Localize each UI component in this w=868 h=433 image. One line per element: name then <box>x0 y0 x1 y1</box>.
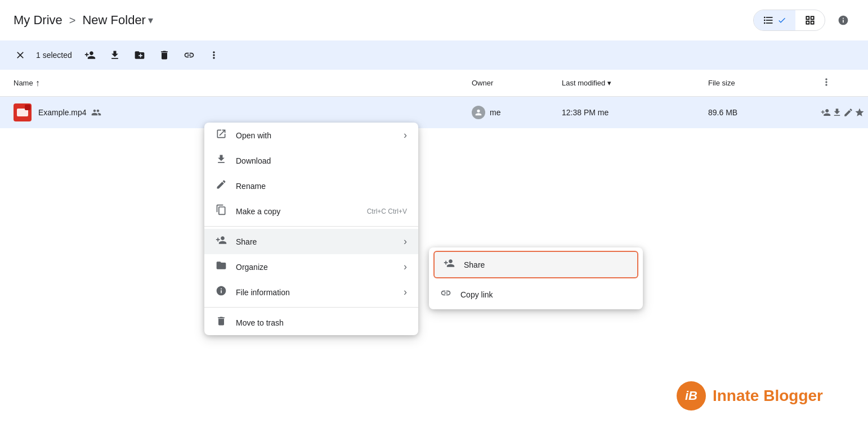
open-with-icon <box>216 128 227 142</box>
submenu-share-icon <box>444 258 455 272</box>
list-view-button[interactable] <box>754 10 795 30</box>
header-actions <box>753 9 854 31</box>
download-toolbar-button[interactable] <box>104 44 126 66</box>
trash-icon <box>159 49 170 61</box>
more-toolbar-button[interactable] <box>203 44 225 66</box>
modified-cell: 12:38 PM me <box>562 108 708 117</box>
submenu-link-icon <box>440 287 451 301</box>
col-actions-header <box>821 76 854 89</box>
share-row-button[interactable] <box>821 103 831 121</box>
row-actions <box>821 103 854 121</box>
delete-toolbar-button[interactable] <box>153 44 176 66</box>
rename-row-button[interactable] <box>843 103 853 121</box>
breadcrumb-my-drive[interactable]: My Drive <box>14 13 62 28</box>
file-row[interactable]: Example.mp4 me 12:38 PM me 89.6 MB <box>0 97 868 128</box>
header: My Drive > New Folder ▾ <box>0 0 868 40</box>
add-person-row-icon <box>821 107 831 118</box>
menu-item-organize[interactable]: Organize › <box>204 254 418 279</box>
menu-item-rename[interactable]: Rename <box>204 173 418 199</box>
owner-cell: me <box>472 106 562 119</box>
modified-sort-icon: ▾ <box>607 79 611 87</box>
col-size-header[interactable]: File size <box>708 79 821 87</box>
download-icon <box>109 49 120 61</box>
grid-icon <box>804 15 816 26</box>
organize-arrow: › <box>404 261 407 273</box>
download-row-button[interactable] <box>832 103 842 121</box>
view-toggle <box>753 10 825 31</box>
add-person-icon <box>84 49 96 61</box>
open-with-arrow: › <box>404 129 407 141</box>
submenu-item-share[interactable]: Share <box>433 251 638 278</box>
breadcrumb: My Drive > New Folder ▾ <box>14 13 153 28</box>
close-selection-button[interactable] <box>9 44 32 66</box>
link-toolbar-button[interactable] <box>178 44 200 66</box>
share-toolbar-button[interactable] <box>79 44 101 66</box>
star-row-button[interactable] <box>854 103 865 121</box>
menu-rename-icon <box>216 179 227 193</box>
col-name-header[interactable]: Name ↑ <box>14 78 472 88</box>
file-icon <box>14 103 32 121</box>
check-list-icon <box>763 15 774 26</box>
more-row-button[interactable] <box>866 103 868 121</box>
shared-icon <box>91 107 101 118</box>
share-arrow: › <box>404 236 407 247</box>
link-icon <box>184 49 195 61</box>
watermark-text: Innate Blogger <box>713 387 823 405</box>
more-row-icon <box>866 107 868 118</box>
menu-item-trash[interactable]: Move to trash <box>204 310 418 335</box>
file-info-arrow: › <box>404 286 407 298</box>
menu-item-download[interactable]: Download <box>204 148 418 173</box>
menu-item-open-with[interactable]: Open with › <box>204 123 418 148</box>
move-folder-icon <box>134 49 145 61</box>
menu-copy-icon <box>216 204 227 218</box>
table-header: Name ↑ Owner Last modified ▾ File size <box>0 70 868 97</box>
menu-download-icon <box>216 154 227 168</box>
breadcrumb-separator: > <box>69 14 76 27</box>
file-name-text: Example.mp4 <box>38 107 101 118</box>
close-icon <box>15 49 26 61</box>
edit-row-icon <box>843 107 853 118</box>
avatar-icon <box>474 108 483 117</box>
owner-avatar <box>472 106 485 119</box>
col-owner-header[interactable]: Owner <box>472 79 562 87</box>
more-icon <box>821 76 832 88</box>
move-toolbar-button[interactable] <box>128 44 151 66</box>
context-menu: Open with › Download Rename Make a copy … <box>204 123 418 335</box>
star-row-icon <box>854 107 865 118</box>
file-icon-inner <box>17 109 28 116</box>
size-cell: 89.6 MB <box>708 108 821 117</box>
download-row-icon <box>832 107 842 118</box>
selection-toolbar: 1 selected <box>0 40 868 70</box>
menu-divider-1 <box>204 226 418 227</box>
check-icon <box>777 16 786 25</box>
watermark: iB Innate Blogger <box>677 381 823 411</box>
menu-trash-icon <box>216 315 227 330</box>
menu-divider-2 <box>204 307 418 308</box>
watermark-logo: iB <box>677 381 706 411</box>
more-vertical-icon <box>208 49 220 61</box>
menu-item-make-copy[interactable]: Make a copy Ctrl+C Ctrl+V <box>204 199 418 224</box>
sort-icon: ↑ <box>35 78 40 88</box>
menu-item-file-info[interactable]: File information › <box>204 279 418 305</box>
submenu-item-copy-link[interactable]: Copy link <box>429 282 643 309</box>
menu-organize-icon <box>216 260 227 274</box>
breadcrumb-folder[interactable]: New Folder ▾ <box>82 13 153 28</box>
info-icon <box>838 15 849 26</box>
share-submenu: Share Copy link <box>429 247 643 309</box>
info-button[interactable] <box>832 9 854 31</box>
col-modified-header[interactable]: Last modified ▾ <box>562 79 708 87</box>
file-name-cell: Example.mp4 <box>14 103 472 121</box>
grid-view-button[interactable] <box>795 10 825 30</box>
menu-item-share[interactable]: Share › <box>204 229 418 254</box>
menu-share-icon <box>216 234 227 249</box>
selected-count-label: 1 selected <box>36 51 72 60</box>
menu-info-icon <box>216 285 227 299</box>
